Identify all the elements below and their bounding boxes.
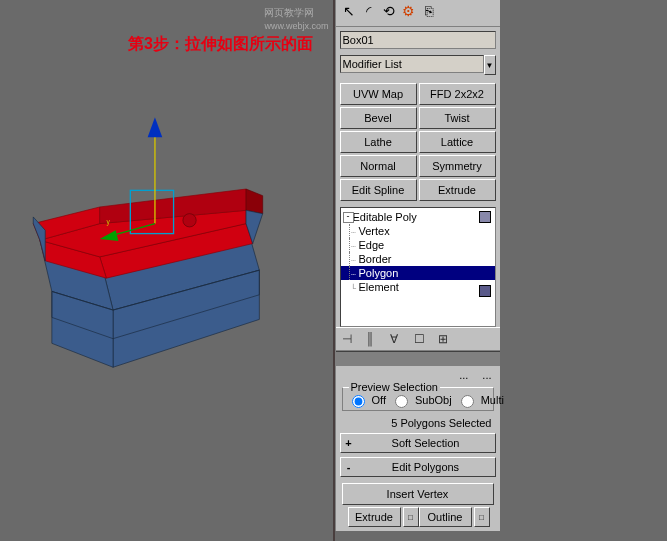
twist-button[interactable]: Twist — [419, 107, 496, 129]
chevron-down-icon[interactable]: ▼ — [484, 55, 496, 75]
svg-marker-16 — [148, 117, 163, 137]
rollout-soft-selection[interactable]: + Soft Selection — [340, 433, 496, 453]
3d-scene: y — [0, 0, 333, 541]
stack-vertex[interactable]: ┄Vertex — [341, 224, 495, 238]
panel-toolbar: ↖ ◜ ⟲ ⚙ ⎘ — [336, 0, 500, 27]
modifier-button-grid: UVW Map FFD 2x2x2 Bevel Twist Lathe Latt… — [340, 83, 496, 201]
arc-icon[interactable]: ◜ — [360, 2, 378, 20]
stack-tool-row: ⊣ ║ ∀ ☐ ⊞ — [336, 327, 500, 351]
svg-marker-11 — [246, 189, 263, 214]
rotate-icon[interactable]: ⟲ — [380, 2, 398, 20]
normal-button[interactable]: Normal — [340, 155, 417, 177]
lathe-button[interactable]: Lathe — [340, 131, 417, 153]
lattice-button[interactable]: Lattice — [419, 131, 496, 153]
outline-settings-button[interactable]: □ — [474, 507, 490, 527]
minus-icon[interactable]: - — [343, 212, 354, 223]
stack-border[interactable]: ┄Border — [341, 252, 495, 266]
show-icon[interactable]: ║ — [366, 332, 380, 346]
viewport[interactable]: 第3步：拉伸如图所示的面 网页教学网 www.webjx.com — [0, 0, 335, 541]
radio-off[interactable] — [352, 395, 365, 408]
svg-point-13 — [183, 214, 196, 227]
preview-selection-group: Preview Selection Off SubObj Multi — [342, 387, 494, 411]
outline-button[interactable]: Outline — [419, 507, 472, 527]
stack-edge[interactable]: ┄Edge — [341, 238, 495, 252]
scale-icon[interactable]: ⚙ — [400, 2, 418, 20]
rollout-edit-polygons[interactable]: - Edit Polygons — [340, 457, 496, 477]
modifier-list-dropdown[interactable]: ▼ — [340, 55, 496, 75]
extrude-button[interactable]: Extrude — [419, 179, 496, 201]
radio-multi[interactable] — [461, 395, 474, 408]
preview-title: Preview Selection — [349, 381, 440, 393]
extrude-settings-button[interactable]: □ — [403, 507, 419, 527]
unique-icon[interactable]: ∀ — [390, 332, 404, 346]
pin-icon[interactable]: ⊣ — [342, 332, 356, 346]
command-panel: ↖ ◜ ⟲ ⚙ ⎘ ▼ UVW Map FFD 2x2x2 Bevel Twis… — [335, 0, 500, 531]
step-annotation: 第3步：拉伸如图所示的面 — [128, 34, 313, 55]
watermark: 网页教学网 www.webjx.com — [264, 6, 328, 31]
delete-icon[interactable]: ☐ — [414, 332, 428, 346]
cursor-icon[interactable]: ↖ — [340, 2, 358, 20]
modifier-stack[interactable]: - Editable Poly ┄Vertex ┄Edge ┄Border ┄P… — [340, 207, 496, 327]
extrude-poly-button[interactable]: Extrude — [348, 507, 401, 527]
selection-status: 5 Polygons Selected — [336, 413, 500, 431]
config-icon[interactable]: ⊞ — [438, 332, 452, 346]
edit-spline-button[interactable]: Edit Spline — [340, 179, 417, 201]
uvw-map-button[interactable]: UVW Map — [340, 83, 417, 105]
bevel-button[interactable]: Bevel — [340, 107, 417, 129]
stack-editable-poly[interactable]: - Editable Poly — [341, 210, 495, 224]
radio-subobj[interactable] — [395, 395, 408, 408]
stack-element[interactable]: └Element — [341, 280, 495, 294]
symmetry-button[interactable]: Symmetry — [419, 155, 496, 177]
insert-vertex-button[interactable]: Insert Vertex — [342, 483, 494, 505]
link-icon[interactable]: ⎘ — [420, 2, 438, 20]
ffd-button[interactable]: FFD 2x2x2 — [419, 83, 496, 105]
stack-polygon[interactable]: ┄Polygon — [341, 266, 495, 280]
object-name-input[interactable] — [340, 31, 496, 49]
